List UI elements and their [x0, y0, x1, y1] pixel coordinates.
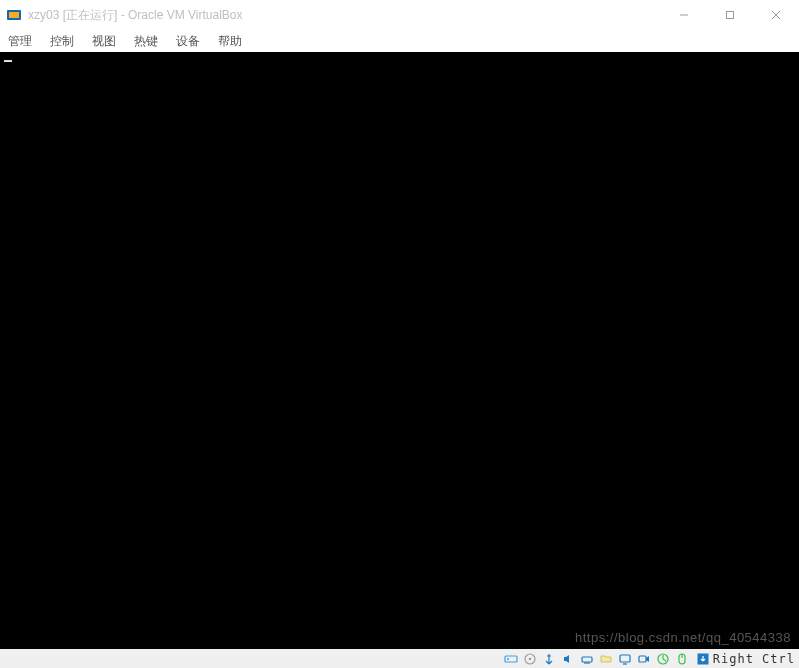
shared-folder-icon[interactable] — [598, 651, 614, 667]
network-icon[interactable] — [579, 651, 595, 667]
optical-disk-icon[interactable] — [522, 651, 538, 667]
svg-rect-14 — [639, 656, 646, 662]
svg-point-9 — [528, 657, 531, 660]
hostkey-label: Right Ctrl — [713, 652, 795, 666]
svg-point-7 — [507, 658, 509, 660]
menu-hotkeys[interactable]: 热键 — [134, 33, 158, 50]
window-title: xzy03 [正在运行] - Oracle VM VirtualBox — [28, 7, 243, 24]
features-icon[interactable] — [655, 651, 671, 667]
maximize-button[interactable] — [707, 0, 753, 30]
window-controls — [661, 0, 799, 30]
text-cursor — [4, 60, 12, 62]
svg-rect-10 — [582, 657, 592, 662]
hostkey-arrow-icon — [697, 653, 709, 665]
app-icon — [6, 7, 22, 23]
display-icon[interactable] — [617, 651, 633, 667]
hard-disk-icon[interactable] — [503, 651, 519, 667]
svg-rect-1 — [9, 12, 19, 18]
close-button[interactable] — [753, 0, 799, 30]
svg-rect-3 — [727, 12, 734, 19]
status-icons: Right Ctrl — [503, 651, 795, 667]
svg-rect-12 — [620, 655, 630, 662]
hostkey-indicator[interactable]: Right Ctrl — [697, 652, 795, 666]
menubar: 管理 控制 视图 热键 设备 帮助 — [0, 30, 799, 52]
menu-help[interactable]: 帮助 — [218, 33, 242, 50]
audio-icon[interactable] — [560, 651, 576, 667]
menu-manage[interactable]: 管理 — [8, 33, 32, 50]
vm-console[interactable]: https://blog.csdn.net/qq_40544338 — [0, 52, 799, 649]
menu-view[interactable]: 视图 — [92, 33, 116, 50]
watermark-text: https://blog.csdn.net/qq_40544338 — [575, 630, 791, 645]
window-titlebar: xzy03 [正在运行] - Oracle VM VirtualBox — [0, 0, 799, 30]
menu-control[interactable]: 控制 — [50, 33, 74, 50]
mouse-integration-icon[interactable] — [674, 651, 690, 667]
minimize-button[interactable] — [661, 0, 707, 30]
svg-rect-6 — [505, 656, 517, 662]
menu-devices[interactable]: 设备 — [176, 33, 200, 50]
usb-icon[interactable] — [541, 651, 557, 667]
recording-icon[interactable] — [636, 651, 652, 667]
statusbar: Right Ctrl — [0, 649, 799, 668]
